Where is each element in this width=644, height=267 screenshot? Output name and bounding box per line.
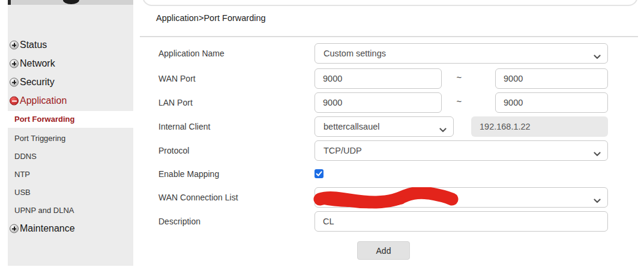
row-application-name: Application Name Custom settings: [133, 43, 644, 64]
sidebar-item-label: Maintenance: [20, 223, 75, 234]
row-enable-mapping: Enable Mapping: [133, 167, 644, 181]
protocol-label: Protocol: [158, 140, 189, 161]
sidebar-item-maintenance[interactable]: Maintenance: [8, 221, 133, 236]
internal-client-select[interactable]: bettercallsauel: [314, 116, 454, 137]
sidebar-item-port-forwarding[interactable]: Port Forwarding: [8, 111, 133, 128]
enable-mapping-checkbox[interactable]: [314, 169, 324, 178]
chevron-down-icon: [594, 196, 601, 205]
lan-port-to-input[interactable]: [495, 92, 608, 113]
sidebar-item-usb[interactable]: USB: [8, 184, 133, 202]
sidebar-item-status[interactable]: Status: [8, 38, 133, 52]
chevron-down-icon: [594, 149, 601, 158]
expand-plus-icon[interactable]: [10, 59, 19, 68]
range-separator: ~: [453, 92, 465, 113]
logo-partial: [63, 0, 79, 4]
internal-client-label: Internal Client: [158, 116, 210, 137]
sidebar-top-strip: [8, 0, 133, 5]
application-name-label: Application Name: [158, 43, 224, 64]
wan-connection-list-select[interactable]: [314, 187, 608, 208]
select-value: bettercallsauel: [324, 117, 380, 136]
range-separator: ~: [453, 68, 465, 89]
wan-port-label: WAN Port: [158, 68, 196, 89]
row-lan-port: LAN Port ~: [133, 92, 644, 113]
router-admin-page: Status Network Security Application Port…: [0, 0, 644, 267]
sidebar-item-label: Security: [20, 77, 55, 88]
internal-client-ip-readonly: 192.168.1.22: [471, 116, 608, 137]
add-button[interactable]: Add: [357, 241, 410, 260]
description-input[interactable]: [314, 211, 608, 232]
wan-port-to-input[interactable]: [495, 68, 608, 89]
wan-port-from-input[interactable]: [314, 68, 442, 89]
application-name-select[interactable]: Custom settings: [314, 43, 608, 64]
breadcrumb: Application>Port Forwarding: [156, 13, 266, 23]
sidebar-item-network[interactable]: Network: [8, 56, 133, 71]
header-banner-cutoff: [142, 0, 638, 6]
select-value: TCP/UDP: [324, 141, 362, 160]
row-description: Description: [133, 211, 644, 232]
strip-mark: [8, 0, 11, 5]
collapse-minus-icon[interactable]: [10, 97, 19, 106]
lan-port-label: LAN Port: [158, 92, 193, 113]
select-value: Custom settings: [324, 44, 386, 63]
chevron-down-icon: [594, 52, 601, 61]
expand-plus-icon[interactable]: [10, 224, 19, 233]
expand-plus-icon[interactable]: [10, 78, 19, 87]
row-internal-client: Internal Client bettercallsauel 192.168.…: [133, 116, 644, 137]
sidebar: Status Network Security Application Port…: [8, 5, 133, 266]
wan-connection-list-label: WAN Connection List: [158, 187, 238, 208]
sidebar-item-upnp-dlna[interactable]: UPNP and DLNA: [8, 202, 133, 220]
row-wan-connection-list: WAN Connection List: [133, 187, 644, 208]
row-protocol: Protocol TCP/UDP: [133, 140, 644, 161]
sidebar-item-security[interactable]: Security: [8, 75, 133, 89]
sidebar-item-port-triggering[interactable]: Port Triggering: [8, 130, 133, 148]
row-wan-port: WAN Port ~: [133, 68, 644, 89]
lan-port-from-input[interactable]: [314, 92, 442, 113]
main-content: Application>Port Forwarding Application …: [133, 0, 644, 267]
description-label: Description: [158, 211, 200, 232]
chevron-down-icon: [439, 125, 447, 134]
enable-mapping-label: Enable Mapping: [158, 167, 219, 181]
protocol-select[interactable]: TCP/UDP: [314, 140, 608, 161]
sidebar-item-label: Network: [20, 58, 55, 69]
sidebar-item-label: Application: [20, 95, 67, 106]
sidebar-item-label: Status: [20, 40, 47, 50]
sidebar-item-ntp[interactable]: NTP: [8, 166, 133, 184]
section-divider: [140, 36, 638, 37]
sidebar-item-application[interactable]: Application: [8, 94, 133, 108]
expand-plus-icon[interactable]: [10, 41, 19, 50]
sidebar-item-ddns[interactable]: DDNS: [8, 148, 133, 166]
